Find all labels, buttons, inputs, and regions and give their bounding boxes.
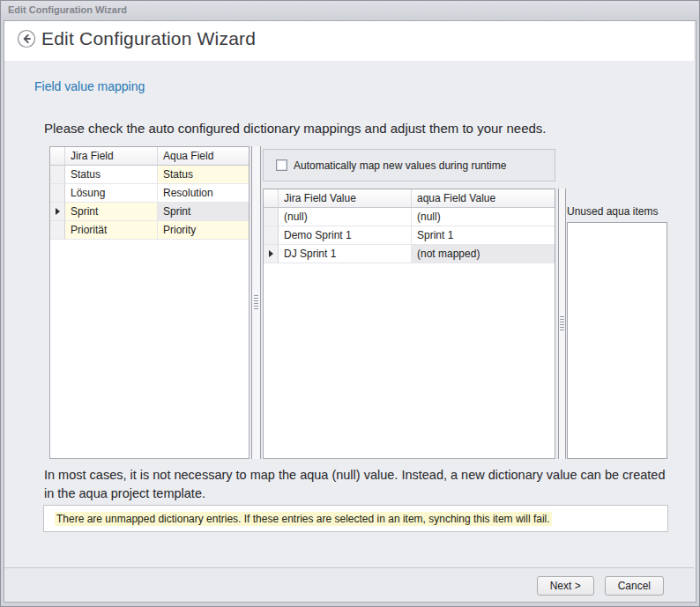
- cell-aqua-value[interactable]: Sprint 1: [412, 226, 555, 245]
- row-indicator-current: [50, 203, 65, 221]
- cell-jira-field[interactable]: Priorität: [65, 221, 158, 240]
- table-row: Priorität Priority: [50, 221, 249, 240]
- cell-jira-field[interactable]: Lösung: [65, 184, 158, 203]
- table-row: (null) (null): [264, 208, 555, 226]
- unused-items-list[interactable]: [567, 222, 667, 459]
- wizard-window: Edit Configuration Wizard Edit Configura…: [0, 0, 700, 607]
- jira-field-table-header: Jira Field Aqua Field: [50, 147, 249, 166]
- row-indicator-header: [50, 147, 65, 166]
- unused-items-label: Unused aqua items: [567, 205, 658, 218]
- auto-map-panel: Automatically map new values during runt…: [263, 149, 555, 181]
- row-indicator: [50, 184, 65, 203]
- cell-jira-value[interactable]: (null): [279, 208, 412, 226]
- back-button[interactable]: [17, 31, 36, 50]
- cell-jira-value[interactable]: Demo Sprint 1: [279, 226, 412, 245]
- table-row: Sprint Sprint: [50, 203, 249, 221]
- current-row-arrow-icon: [269, 250, 273, 257]
- table-row: DJ Sprint 1 (not mapped): [264, 245, 555, 263]
- cell-aqua-field[interactable]: Status: [158, 166, 249, 184]
- splitter-left[interactable]: [251, 146, 261, 459]
- instruction-text: Please check the auto configured diction…: [44, 121, 547, 136]
- row-indicator: [264, 226, 279, 245]
- field-value-table-header: Jira Field Value aqua Field Value: [264, 189, 555, 208]
- field-value-table: Jira Field Value aqua Field Value (null)…: [263, 189, 555, 459]
- splitter-right[interactable]: [558, 189, 566, 459]
- page-title: Edit Configuration Wizard: [41, 28, 256, 49]
- row-indicator-header: [264, 189, 279, 208]
- auto-map-checkbox[interactable]: [276, 159, 287, 171]
- auto-map-label[interactable]: Automatically map new values during runt…: [294, 159, 506, 172]
- back-arrow-icon: [17, 29, 36, 52]
- next-button[interactable]: Next >: [537, 576, 594, 596]
- cell-jira-field[interactable]: Status: [65, 166, 158, 184]
- cell-aqua-field[interactable]: Priority: [158, 221, 249, 240]
- cell-aqua-field[interactable]: Resolution: [158, 184, 249, 203]
- splitter-grip-icon: [254, 295, 258, 310]
- table-empty-area: [50, 240, 249, 458]
- titlebar: Edit Configuration Wizard: [1, 1, 699, 20]
- section-title: Field value mapping: [34, 79, 145, 93]
- warning-box: There are unmapped dictionary entries. I…: [43, 505, 668, 532]
- warning-text: There are unmapped dictionary entries. I…: [55, 512, 552, 526]
- table-row: Demo Sprint 1 Sprint 1: [264, 226, 555, 245]
- table-empty-area: [264, 263, 555, 458]
- column-header-aqua-field[interactable]: Aqua Field: [158, 147, 249, 166]
- cell-aqua-value[interactable]: (null): [412, 208, 555, 226]
- cell-aqua-field[interactable]: Sprint: [158, 203, 249, 221]
- cancel-button[interactable]: Cancel: [605, 576, 664, 596]
- cell-aqua-value[interactable]: (not mapped): [412, 245, 555, 263]
- table-row: Status Status: [50, 166, 249, 184]
- row-indicator: [264, 208, 279, 226]
- cell-jira-value[interactable]: DJ Sprint 1: [279, 245, 412, 263]
- current-row-arrow-icon: [56, 208, 60, 215]
- footer: Next > Cancel: [4, 568, 694, 602]
- row-indicator: [50, 221, 65, 240]
- titlebar-title: Edit Configuration Wizard: [8, 4, 127, 15]
- row-indicator-current: [264, 245, 279, 263]
- cell-jira-field[interactable]: Sprint: [65, 203, 158, 221]
- row-indicator: [50, 166, 65, 184]
- column-header-jira-field-value[interactable]: Jira Field Value: [279, 189, 412, 208]
- wizard-body: Edit Configuration Wizard Field value ma…: [4, 20, 696, 603]
- table-row: Lösung Resolution: [50, 184, 249, 203]
- note-text: In most cases, it is not necessary to ma…: [44, 466, 672, 503]
- column-header-aqua-field-value[interactable]: aqua Field Value: [412, 189, 555, 208]
- splitter-grip-icon: [560, 316, 564, 331]
- jira-field-table: Jira Field Aqua Field Status Status Lösu…: [49, 146, 249, 459]
- column-header-jira-field[interactable]: Jira Field: [65, 147, 158, 166]
